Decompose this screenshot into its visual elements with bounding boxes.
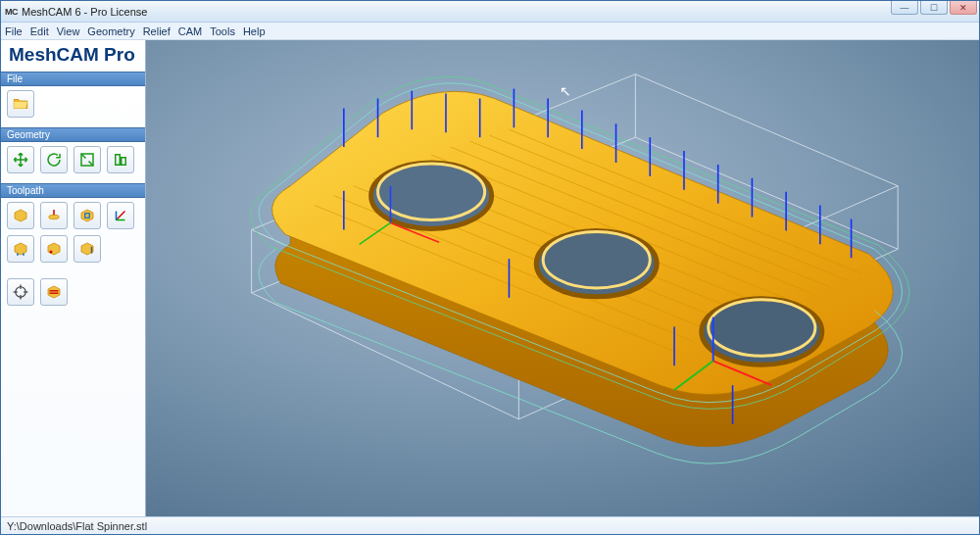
svg-point-3 (49, 215, 60, 219)
zero-icon (45, 240, 63, 258)
depth-icon (78, 240, 96, 258)
sidebar: MeshCAM Pro File Geometry Toolpath (1, 40, 146, 516)
stock-button[interactable] (7, 202, 34, 229)
app-icon: MC (5, 7, 18, 17)
scale-icon (78, 151, 96, 169)
window-controls: — ☐ ✕ (891, 1, 977, 15)
svg-rect-1 (116, 155, 121, 166)
menu-edit[interactable]: Edit (30, 25, 49, 37)
menu-file[interactable]: File (5, 25, 23, 37)
stock-icon (12, 207, 29, 224)
target-icon (12, 283, 29, 301)
model-render (146, 40, 979, 516)
depth-button[interactable] (74, 235, 101, 263)
align-button[interactable] (107, 146, 134, 173)
rotate-icon (45, 151, 63, 169)
generate-icon (45, 283, 63, 301)
zero-button[interactable] (40, 235, 68, 263)
window-title: MeshCAM 6 - Pro License (22, 6, 147, 18)
section-header-geometry: Geometry (1, 127, 145, 142)
menubar: File Edit View Geometry Relief CAM Tools… (1, 23, 979, 40)
supports-icon (12, 240, 29, 258)
statusbar: Y:\Downloads\Flat Spinner.stl (1, 516, 979, 534)
region-button[interactable] (74, 202, 101, 229)
section-body-toolpath (1, 198, 145, 272)
window-titlebar: MC MeshCAM 6 - Pro License — ☐ ✕ (1, 1, 979, 23)
supports-button[interactable] (7, 235, 34, 263)
open-file-button[interactable] (7, 90, 34, 118)
svg-rect-2 (122, 158, 126, 166)
retract-button[interactable] (40, 202, 68, 229)
menu-view[interactable]: View (57, 25, 80, 37)
svg-point-5 (50, 251, 53, 254)
axes-icon (112, 207, 129, 224)
status-filepath: Y:\Downloads\Flat Spinner.stl (7, 520, 147, 532)
move-arrows-icon (12, 151, 29, 169)
minimize-button[interactable]: — (891, 1, 918, 15)
app-name: MeshCAM Pro (1, 40, 145, 72)
menu-tools[interactable]: Tools (210, 25, 235, 37)
section-body-geometry (1, 142, 145, 183)
origin-target-button[interactable] (7, 278, 34, 306)
maximize-button[interactable]: ☐ (920, 1, 948, 15)
rotate-button[interactable] (40, 146, 68, 173)
section-header-toolpath: Toolpath (1, 183, 145, 198)
viewport-3d[interactable]: ↖ (146, 40, 979, 516)
axes-button[interactable] (107, 202, 134, 229)
section-body-file (1, 86, 145, 127)
align-icon (112, 151, 129, 169)
section-body-toolpath-extra (1, 272, 145, 316)
region-icon (78, 207, 96, 224)
retract-icon (45, 207, 63, 224)
menu-help[interactable]: Help (243, 25, 266, 37)
menu-cam[interactable]: CAM (178, 25, 202, 37)
main-area: MeshCAM Pro File Geometry Toolpath (1, 40, 979, 516)
generate-toolpath-button[interactable] (40, 278, 68, 306)
menu-relief[interactable]: Relief (143, 25, 171, 37)
section-header-file: File (1, 72, 145, 86)
folder-open-icon (12, 95, 29, 113)
move-button[interactable] (7, 146, 34, 173)
scale-button[interactable] (74, 146, 101, 173)
close-button[interactable]: ✕ (950, 1, 977, 15)
menu-geometry[interactable]: Geometry (87, 25, 134, 37)
